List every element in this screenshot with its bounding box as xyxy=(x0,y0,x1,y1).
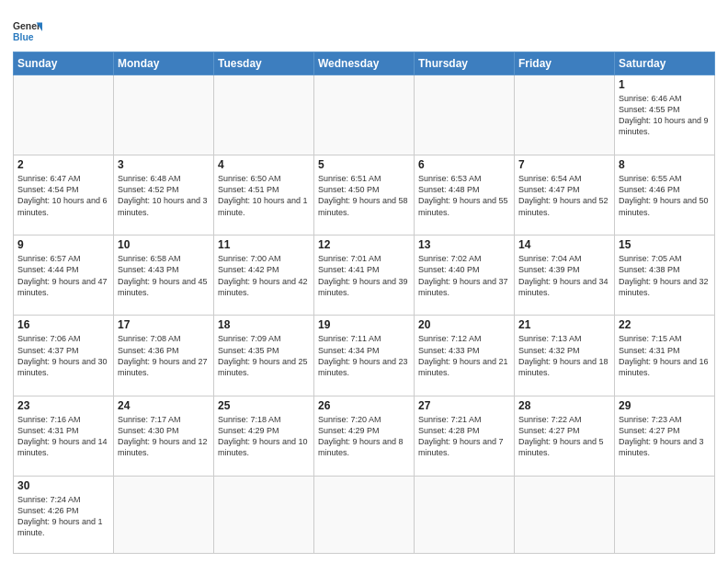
calendar-cell: 6Sunrise: 6:53 AM Sunset: 4:48 PM Daylig… xyxy=(415,155,515,236)
day-number: 15 xyxy=(619,238,711,251)
day-info: Sunrise: 6:51 AM Sunset: 4:50 PM Dayligh… xyxy=(318,173,410,218)
day-number: 1 xyxy=(619,78,711,91)
day-info: Sunrise: 6:53 AM Sunset: 4:48 PM Dayligh… xyxy=(418,173,510,218)
day-number: 25 xyxy=(218,399,310,412)
calendar-week-row-2: 9Sunrise: 6:57 AM Sunset: 4:44 PM Daylig… xyxy=(14,236,715,316)
calendar-cell xyxy=(515,476,615,553)
day-number: 20 xyxy=(418,318,510,331)
calendar-cell xyxy=(415,476,515,553)
calendar-cell: 18Sunrise: 7:09 AM Sunset: 4:35 PM Dayli… xyxy=(214,316,314,396)
day-info: Sunrise: 7:23 AM Sunset: 4:27 PM Dayligh… xyxy=(619,414,711,459)
day-number: 24 xyxy=(118,399,210,412)
day-info: Sunrise: 7:15 AM Sunset: 4:31 PM Dayligh… xyxy=(619,333,711,378)
day-info: Sunrise: 7:24 AM Sunset: 4:26 PM Dayligh… xyxy=(17,494,109,539)
day-number: 14 xyxy=(518,238,610,251)
calendar-week-row-4: 23Sunrise: 7:16 AM Sunset: 4:31 PM Dayli… xyxy=(14,396,715,476)
weekday-header-row: SundayMondayTuesdayWednesdayThursdayFrid… xyxy=(14,52,715,75)
day-number: 23 xyxy=(17,399,109,412)
calendar-cell xyxy=(114,75,214,155)
day-number: 30 xyxy=(17,479,109,492)
calendar-cell xyxy=(214,75,314,155)
day-info: Sunrise: 7:18 AM Sunset: 4:29 PM Dayligh… xyxy=(218,414,310,459)
calendar-cell: 9Sunrise: 6:57 AM Sunset: 4:44 PM Daylig… xyxy=(14,236,114,316)
day-info: Sunrise: 7:21 AM Sunset: 4:28 PM Dayligh… xyxy=(418,414,510,459)
calendar-cell xyxy=(314,476,415,553)
weekday-header-tuesday: Tuesday xyxy=(214,52,314,75)
day-number: 18 xyxy=(218,318,310,331)
day-info: Sunrise: 7:22 AM Sunset: 4:27 PM Dayligh… xyxy=(518,414,610,459)
calendar-cell: 2Sunrise: 6:47 AM Sunset: 4:54 PM Daylig… xyxy=(14,155,114,236)
calendar-cell: 1Sunrise: 6:46 AM Sunset: 4:55 PM Daylig… xyxy=(615,75,715,155)
calendar-cell: 14Sunrise: 7:04 AM Sunset: 4:39 PM Dayli… xyxy=(515,236,615,316)
day-info: Sunrise: 6:57 AM Sunset: 4:44 PM Dayligh… xyxy=(17,253,109,298)
day-number: 6 xyxy=(418,158,510,171)
day-info: Sunrise: 7:01 AM Sunset: 4:41 PM Dayligh… xyxy=(318,253,410,298)
header: General Blue xyxy=(13,13,715,46)
day-number: 26 xyxy=(318,399,410,412)
day-info: Sunrise: 7:04 AM Sunset: 4:39 PM Dayligh… xyxy=(518,253,610,298)
calendar-cell: 25Sunrise: 7:18 AM Sunset: 4:29 PM Dayli… xyxy=(214,396,314,476)
calendar-cell: 8Sunrise: 6:55 AM Sunset: 4:46 PM Daylig… xyxy=(615,155,715,236)
day-info: Sunrise: 7:02 AM Sunset: 4:40 PM Dayligh… xyxy=(418,253,510,298)
day-number: 27 xyxy=(418,399,510,412)
day-number: 11 xyxy=(218,238,310,251)
calendar-cell: 16Sunrise: 7:06 AM Sunset: 4:37 PM Dayli… xyxy=(14,316,114,396)
calendar-cell: 7Sunrise: 6:54 AM Sunset: 4:47 PM Daylig… xyxy=(515,155,615,236)
calendar-cell xyxy=(114,476,214,553)
weekday-header-monday: Monday xyxy=(114,52,214,75)
day-number: 28 xyxy=(518,399,610,412)
calendar-cell: 13Sunrise: 7:02 AM Sunset: 4:40 PM Dayli… xyxy=(415,236,515,316)
weekday-header-sunday: Sunday xyxy=(14,52,114,75)
day-info: Sunrise: 6:47 AM Sunset: 4:54 PM Dayligh… xyxy=(17,173,109,218)
day-number: 7 xyxy=(518,158,610,171)
calendar-cell: 23Sunrise: 7:16 AM Sunset: 4:31 PM Dayli… xyxy=(14,396,114,476)
calendar-cell: 3Sunrise: 6:48 AM Sunset: 4:52 PM Daylig… xyxy=(114,155,214,236)
calendar-cell xyxy=(615,476,715,553)
weekday-header-thursday: Thursday xyxy=(415,52,515,75)
calendar-cell xyxy=(314,75,415,155)
weekday-header-wednesday: Wednesday xyxy=(314,52,415,75)
calendar-cell xyxy=(214,476,314,553)
day-info: Sunrise: 6:48 AM Sunset: 4:52 PM Dayligh… xyxy=(118,173,210,218)
calendar-cell xyxy=(515,75,615,155)
day-number: 10 xyxy=(118,238,210,251)
calendar-cell: 15Sunrise: 7:05 AM Sunset: 4:38 PM Dayli… xyxy=(615,236,715,316)
day-number: 13 xyxy=(418,238,510,251)
day-number: 9 xyxy=(17,238,109,251)
day-info: Sunrise: 6:50 AM Sunset: 4:51 PM Dayligh… xyxy=(218,173,310,218)
day-number: 3 xyxy=(118,158,210,171)
calendar-cell: 30Sunrise: 7:24 AM Sunset: 4:26 PM Dayli… xyxy=(14,476,114,553)
calendar-table: SundayMondayTuesdayWednesdayThursdayFrid… xyxy=(13,52,715,554)
calendar-week-row-1: 2Sunrise: 6:47 AM Sunset: 4:54 PM Daylig… xyxy=(14,155,715,236)
calendar-cell: 11Sunrise: 7:00 AM Sunset: 4:42 PM Dayli… xyxy=(214,236,314,316)
calendar-cell xyxy=(14,75,114,155)
day-number: 8 xyxy=(619,158,711,171)
day-number: 17 xyxy=(118,318,210,331)
calendar-cell: 12Sunrise: 7:01 AM Sunset: 4:41 PM Dayli… xyxy=(314,236,415,316)
svg-text:Blue: Blue xyxy=(13,32,34,42)
day-info: Sunrise: 7:09 AM Sunset: 4:35 PM Dayligh… xyxy=(218,333,310,378)
day-info: Sunrise: 7:17 AM Sunset: 4:30 PM Dayligh… xyxy=(118,414,210,459)
day-info: Sunrise: 6:54 AM Sunset: 4:47 PM Dayligh… xyxy=(518,173,610,218)
day-number: 19 xyxy=(318,318,410,331)
calendar-week-row-5: 30Sunrise: 7:24 AM Sunset: 4:26 PM Dayli… xyxy=(14,476,715,553)
day-info: Sunrise: 7:20 AM Sunset: 4:29 PM Dayligh… xyxy=(318,414,410,459)
day-info: Sunrise: 6:55 AM Sunset: 4:46 PM Dayligh… xyxy=(619,173,711,218)
day-number: 2 xyxy=(17,158,109,171)
calendar-cell: 10Sunrise: 6:58 AM Sunset: 4:43 PM Dayli… xyxy=(114,236,214,316)
calendar-cell: 19Sunrise: 7:11 AM Sunset: 4:34 PM Dayli… xyxy=(314,316,415,396)
weekday-header-saturday: Saturday xyxy=(615,52,715,75)
calendar-cell: 22Sunrise: 7:15 AM Sunset: 4:31 PM Dayli… xyxy=(615,316,715,396)
calendar-cell: 26Sunrise: 7:20 AM Sunset: 4:29 PM Dayli… xyxy=(314,396,415,476)
calendar-cell: 17Sunrise: 7:08 AM Sunset: 4:36 PM Dayli… xyxy=(114,316,214,396)
calendar-cell xyxy=(415,75,515,155)
page: General Blue SundayMondayTuesdayWednesda… xyxy=(0,0,728,563)
day-info: Sunrise: 7:13 AM Sunset: 4:32 PM Dayligh… xyxy=(518,333,610,378)
day-number: 16 xyxy=(17,318,109,331)
generalblue-logo-icon: General Blue xyxy=(13,17,42,46)
calendar-week-row-0: 1Sunrise: 6:46 AM Sunset: 4:55 PM Daylig… xyxy=(14,75,715,155)
calendar-cell: 20Sunrise: 7:12 AM Sunset: 4:33 PM Dayli… xyxy=(415,316,515,396)
day-info: Sunrise: 7:16 AM Sunset: 4:31 PM Dayligh… xyxy=(17,414,109,459)
calendar-cell: 21Sunrise: 7:13 AM Sunset: 4:32 PM Dayli… xyxy=(515,316,615,396)
calendar-cell: 5Sunrise: 6:51 AM Sunset: 4:50 PM Daylig… xyxy=(314,155,415,236)
